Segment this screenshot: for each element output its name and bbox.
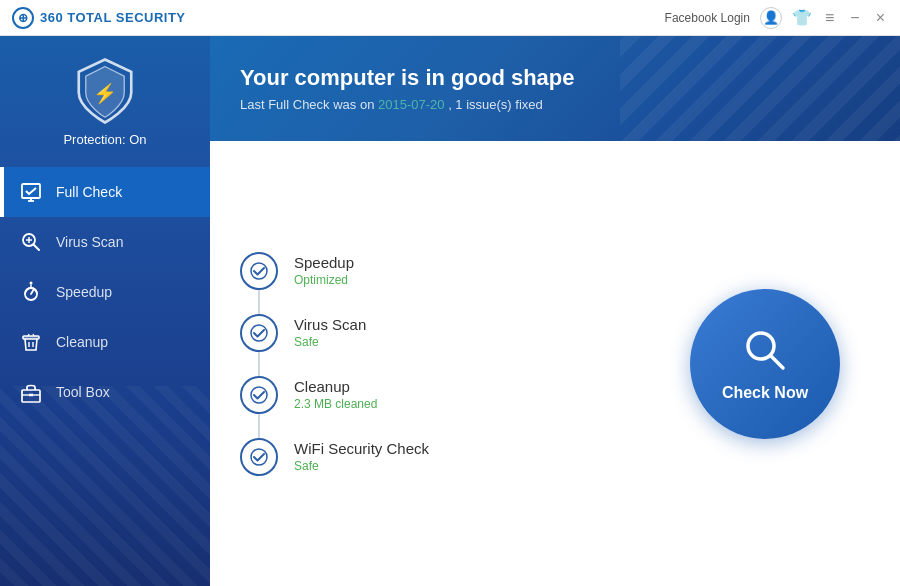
check-info-speedup: Speedup Optimized <box>294 254 354 287</box>
header-banner: Your computer is in good shape Last Full… <box>210 36 900 141</box>
check-circle-speedup <box>240 252 278 290</box>
content-area: Your computer is in good shape Last Full… <box>210 36 900 586</box>
check-name-wifi: WiFi Security Check <box>294 440 429 457</box>
check-item-virus-scan: Virus Scan Safe <box>240 302 650 364</box>
check-item-cleanup: Cleanup 2.3 MB cleaned <box>240 364 650 426</box>
check-circle-cleanup <box>240 376 278 414</box>
svg-point-10 <box>30 282 33 285</box>
shield-icon: ⚡ <box>70 56 140 126</box>
check-now-search-icon <box>741 326 789 378</box>
sidebar-item-tool-box[interactable]: Tool Box <box>0 367 210 417</box>
check-info-virus-scan: Virus Scan Safe <box>294 316 366 349</box>
sidebar-nav: Full Check Virus Scan <box>0 167 210 417</box>
sidebar-label-full-check: Full Check <box>56 184 122 200</box>
check-item-wifi: WiFi Security Check Safe <box>240 426 650 488</box>
sidebar-item-virus-scan[interactable]: Virus Scan <box>0 217 210 267</box>
svg-line-26 <box>771 356 783 368</box>
sidebar-item-full-check[interactable]: Full Check <box>0 167 210 217</box>
sidebar-label-tool-box: Tool Box <box>56 384 110 400</box>
check-circle-virus-scan <box>240 314 278 352</box>
fb-login-label: Facebook Login <box>665 11 750 25</box>
check-name-cleanup: Cleanup <box>294 378 377 395</box>
title-bar-left: ⊕ 360 TOTAL SECURITY <box>12 7 186 29</box>
svg-rect-13 <box>23 336 39 339</box>
check-item-speedup: Speedup Optimized <box>240 240 650 302</box>
check-status-cleanup: 2.3 MB cleaned <box>294 397 377 411</box>
sidebar-item-cleanup[interactable]: Cleanup <box>0 317 210 367</box>
svg-line-5 <box>34 245 40 251</box>
check-status-wifi: Safe <box>294 459 429 473</box>
check-now-label: Check Now <box>722 384 808 402</box>
logo-icon: ⊕ <box>12 7 34 29</box>
subtitle-prefix: Last Full Check was on <box>240 97 378 112</box>
protection-label: Protection: On <box>63 132 146 147</box>
full-check-icon <box>18 179 44 205</box>
sidebar-item-speedup[interactable]: Speedup <box>0 267 210 317</box>
check-status-speedup: Optimized <box>294 273 354 287</box>
close-button[interactable]: × <box>873 9 888 27</box>
menu-button[interactable]: ≡ <box>822 9 837 27</box>
title-bar: ⊕ 360 TOTAL SECURITY Facebook Login 👤 👕 … <box>0 0 900 36</box>
speedup-icon <box>18 279 44 305</box>
banner-date: 2015-07-20 <box>378 97 445 112</box>
banner-title: Your computer is in good shape <box>240 65 870 91</box>
check-list: Speedup Optimized Virus Scan Safe <box>240 240 650 488</box>
cleanup-icon <box>18 329 44 355</box>
check-circle-wifi <box>240 438 278 476</box>
svg-text:⚡: ⚡ <box>93 82 118 105</box>
check-section: Speedup Optimized Virus Scan Safe <box>210 141 900 586</box>
sidebar-label-virus-scan: Virus Scan <box>56 234 123 250</box>
sidebar: ⚡ Protection: On Full Check <box>0 36 210 586</box>
main-layout: ⚡ Protection: On Full Check <box>0 36 900 586</box>
app-title: 360 TOTAL SECURITY <box>40 10 186 25</box>
svg-line-16 <box>28 334 29 336</box>
banner-subtitle: Last Full Check was on 2015-07-20 , 1 is… <box>240 97 870 112</box>
check-info-cleanup: Cleanup 2.3 MB cleaned <box>294 378 377 411</box>
subtitle-suffix: , 1 issue(s) fixed <box>445 97 543 112</box>
svg-line-17 <box>33 334 34 336</box>
check-info-wifi: WiFi Security Check Safe <box>294 440 429 473</box>
check-status-virus-scan: Safe <box>294 335 366 349</box>
check-name-speedup: Speedup <box>294 254 354 271</box>
title-bar-right: Facebook Login 👤 👕 ≡ − × <box>665 7 888 29</box>
virus-scan-icon <box>18 229 44 255</box>
avatar-icon[interactable]: 👤 <box>760 7 782 29</box>
tool-box-icon <box>18 379 44 405</box>
svg-line-9 <box>31 289 34 294</box>
sidebar-label-speedup: Speedup <box>56 284 112 300</box>
check-name-virus-scan: Virus Scan <box>294 316 366 333</box>
app-logo: ⊕ 360 TOTAL SECURITY <box>12 7 186 29</box>
shield-container: ⚡ Protection: On <box>63 56 146 147</box>
check-now-button[interactable]: Check Now <box>690 289 840 439</box>
shirt-icon[interactable]: 👕 <box>792 8 812 27</box>
sidebar-label-cleanup: Cleanup <box>56 334 108 350</box>
minimize-button[interactable]: − <box>847 9 862 27</box>
